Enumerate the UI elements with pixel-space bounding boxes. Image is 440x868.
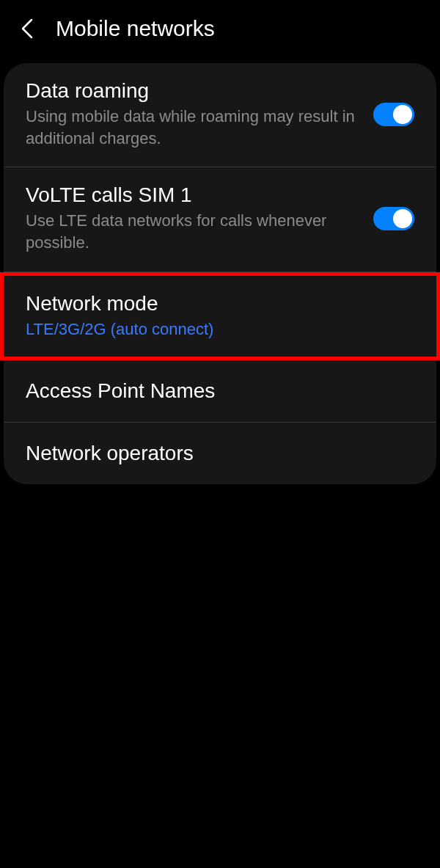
volte-title: VoLTE calls SIM 1 xyxy=(26,183,359,207)
volte-toggle[interactable] xyxy=(373,207,414,230)
settings-panel: Data roaming Using mobile data while roa… xyxy=(4,63,436,484)
data-roaming-toggle[interactable] xyxy=(373,103,414,126)
volte-row[interactable]: VoLTE calls SIM 1 Use LTE data networks … xyxy=(4,167,436,271)
header: Mobile networks xyxy=(0,0,440,63)
data-roaming-row[interactable]: Data roaming Using mobile data while roa… xyxy=(4,63,436,167)
apn-title: Access Point Names xyxy=(26,379,414,403)
volte-description: Use LTE data networks for calls whenever… xyxy=(26,210,359,253)
back-icon[interactable] xyxy=(19,16,35,41)
data-roaming-description: Using mobile data while roaming may resu… xyxy=(26,106,359,149)
network-mode-title: Network mode xyxy=(26,292,414,316)
apn-row[interactable]: Access Point Names xyxy=(4,360,436,423)
network-mode-value: LTE/3G/2G (auto connect) xyxy=(26,320,414,339)
network-mode-row[interactable]: Network mode LTE/3G/2G (auto connect) xyxy=(0,272,440,360)
page-title: Mobile networks xyxy=(56,16,215,41)
network-operators-row[interactable]: Network operators xyxy=(4,423,436,484)
network-operators-title: Network operators xyxy=(26,442,414,465)
data-roaming-title: Data roaming xyxy=(26,79,359,103)
